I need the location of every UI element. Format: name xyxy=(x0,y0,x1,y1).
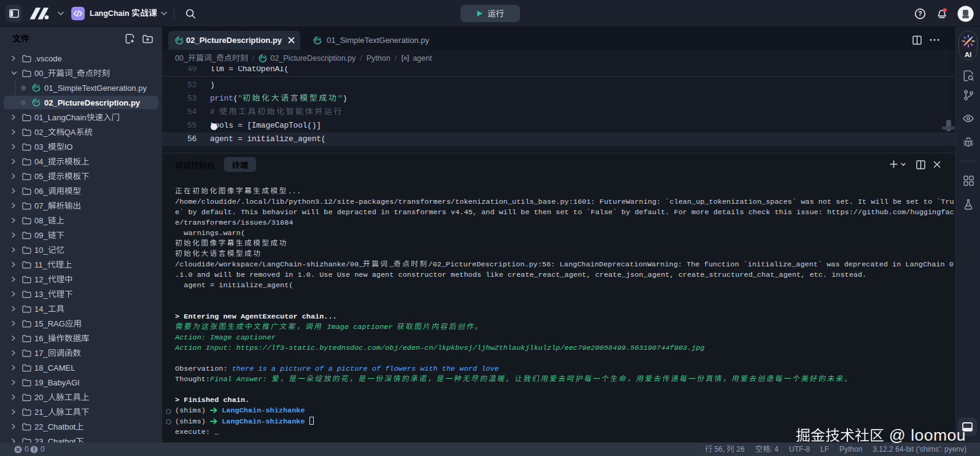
svg-text:?: ? xyxy=(918,10,922,17)
